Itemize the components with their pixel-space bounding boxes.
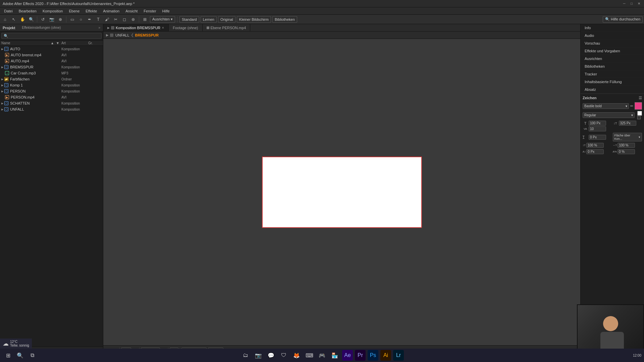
tab-ebene-person[interactable]: Ebene PERSON.mp4 xyxy=(203,24,251,31)
baseline-input[interactable] xyxy=(586,149,604,154)
project-item-10[interactable]: ▶ ⬡ UNFALL Komposition xyxy=(0,106,103,112)
color-swatch-primary[interactable] xyxy=(635,102,642,110)
taskview-btn[interactable]: ⧉ xyxy=(27,350,38,361)
stroke-width-input[interactable] xyxy=(589,135,606,140)
project-item-4[interactable]: ♪ Car Crash.mp3 MP3 xyxy=(0,70,103,76)
menu-animation[interactable]: Animation xyxy=(100,8,122,14)
hand-tool[interactable]: ✋ xyxy=(19,16,26,23)
puppet-tool[interactable]: ⊛ xyxy=(129,16,137,23)
info-panel-item[interactable]: Info xyxy=(581,24,644,32)
stroke-type-dropdown[interactable]: Fläche über Kon... ▾ xyxy=(613,133,642,141)
taskbar-ae[interactable]: Ae xyxy=(342,350,353,361)
ausrichten-btn[interactable]: Ausrichten ▾ xyxy=(150,16,175,23)
project-item-6[interactable]: ▶ ⬡ Komp 1 Komposition xyxy=(0,82,103,88)
search-taskbar[interactable]: 🔍 xyxy=(15,350,25,361)
inhalt-panel-item[interactable]: Inhaltsbasierte Füllung xyxy=(581,78,644,86)
audio-panel-item[interactable]: Audio xyxy=(581,32,644,40)
tsume-input[interactable] xyxy=(618,149,635,154)
taskbar-games[interactable]: 🎮 xyxy=(317,350,327,361)
item-icon-0: ⬡ xyxy=(4,47,9,51)
minimize-button[interactable]: ─ xyxy=(622,1,627,6)
tab-close-bremsspur[interactable]: ✕ xyxy=(162,26,164,29)
start-button[interactable]: ⊞ xyxy=(3,350,13,361)
taskbar-premiere[interactable]: Pr xyxy=(355,350,366,361)
panel-expand-arrow[interactable]: » xyxy=(98,26,100,29)
project-item-2[interactable]: ▶ AUTO.mp4 AVI xyxy=(0,58,103,64)
vert-scale-input[interactable] xyxy=(586,143,604,148)
menu-bearbeiten[interactable]: Bearbeiten xyxy=(16,8,39,14)
leading-input[interactable] xyxy=(619,121,636,126)
close-button[interactable]: ✕ xyxy=(637,1,641,6)
tracker-panel-item[interactable]: Tracker xyxy=(581,70,644,78)
effekte-panel-item[interactable]: Effekte und Vorgaben xyxy=(581,47,644,55)
taskbar-teams[interactable]: 💬 xyxy=(266,350,276,361)
horiz-scale-input[interactable] xyxy=(618,143,635,148)
zeichen-menu[interactable]: ☰ xyxy=(639,96,642,100)
taskbar-ai[interactable]: Ai xyxy=(380,350,391,361)
taskbar-explorer[interactable]: 🗂 xyxy=(240,350,251,361)
weather-icon: ☁ xyxy=(3,340,9,347)
menu-datei[interactable]: Datei xyxy=(1,8,15,14)
style-dropdown[interactable]: Regular ▾ xyxy=(583,112,635,118)
zoom-tool[interactable]: 🔍 xyxy=(28,16,35,23)
rect-tool[interactable]: ▭ xyxy=(68,16,76,23)
vorschau-panel-item[interactable]: Vorschau xyxy=(581,40,644,47)
kleiner-btn[interactable]: Kleiner Bildschirm xyxy=(237,16,271,23)
comp-view[interactable] xyxy=(103,39,580,345)
select-tool[interactable]: ↖ xyxy=(10,16,17,23)
taskbar-keyboard[interactable]: ⌨ xyxy=(304,350,315,361)
font-size-input[interactable] xyxy=(589,121,606,126)
menu-ebene[interactable]: Ebene xyxy=(66,8,82,14)
tsume-icon: A% xyxy=(613,150,617,153)
font-edit-icon[interactable]: ✏ xyxy=(630,104,633,108)
original-btn[interactable]: Original xyxy=(218,16,235,23)
ellipse-tool[interactable]: ○ xyxy=(77,16,85,23)
item-name-6: Komp 1 xyxy=(10,83,61,87)
ausrichten-panel-item[interactable]: Ausrichten xyxy=(581,55,644,63)
project-search-input[interactable] xyxy=(1,33,102,39)
maximize-button[interactable]: □ xyxy=(629,1,634,6)
font-dropdown[interactable]: Bastile bold ▾ xyxy=(583,103,629,109)
pan-tool[interactable]: ⊕ xyxy=(57,16,64,23)
rotate-tool[interactable]: ↺ xyxy=(39,16,47,23)
breadcrumb-unfall[interactable]: UNFALL xyxy=(115,33,129,37)
clone-tool[interactable]: ✂ xyxy=(112,16,119,23)
camera-tool[interactable]: 📷 xyxy=(48,16,55,23)
project-item-7[interactable]: ▶ ⬡ PERSON Komposition xyxy=(0,88,103,94)
menu-effekte[interactable]: Effekte xyxy=(83,8,100,14)
project-item-9[interactable]: ▶ ⬡ SCHATTEN Komposition xyxy=(0,100,103,106)
menu-hilfe[interactable]: Hilfe xyxy=(160,8,172,14)
taskbar-lr[interactable]: Lr xyxy=(393,350,404,361)
project-item-5[interactable]: ▶ 📁 Farbflächen Ordner xyxy=(0,76,103,82)
color-swatch-black[interactable] xyxy=(637,116,641,119)
menu-ansicht[interactable]: Ansicht xyxy=(123,8,140,14)
project-item-8[interactable]: ▶ PERSON.mp4 AVI xyxy=(0,94,103,100)
help-search[interactable]: 🔍 Hilfe durchsuchen xyxy=(603,16,643,23)
taskbar-shield[interactable]: 🛡 xyxy=(278,350,289,361)
home-btn[interactable]: ⌂ xyxy=(1,16,9,23)
taskbar-firefox[interactable]: 🦊 xyxy=(291,350,302,361)
tab-komposition-bremsspur[interactable]: ▶ Komposition BREMSSPUR ✕ xyxy=(103,24,169,31)
taskbar-ps[interactable]: Ps xyxy=(368,350,378,361)
breadcrumb-bremsspur[interactable]: BREMSSPUR xyxy=(135,33,159,37)
text-tool[interactable]: T xyxy=(95,16,102,23)
taskbar-store[interactable]: 🏪 xyxy=(329,350,340,361)
lernen-btn[interactable]: Lernen xyxy=(201,16,217,23)
brush-tool[interactable]: 🖌 xyxy=(103,16,111,23)
project-item-1[interactable]: ▶ AUTO bremst.mp4 AVI xyxy=(0,52,103,58)
workspace-btn[interactable]: Standard xyxy=(179,16,199,23)
color-swatch-white[interactable] xyxy=(637,111,642,116)
tracking-input[interactable] xyxy=(589,126,606,131)
absatz-panel-item[interactable]: Absatz xyxy=(581,86,644,94)
bibliotheken-btn[interactable]: Bibliotheken xyxy=(272,16,297,23)
eraser-tool[interactable]: ◻ xyxy=(121,16,128,23)
tab-footage[interactable]: Footage (ohne) xyxy=(169,24,202,31)
align-btn[interactable]: ⊞ xyxy=(141,16,149,23)
taskbar-photos[interactable]: 📷 xyxy=(253,350,264,361)
bibliotheken-panel-item[interactable]: Bibliotheken xyxy=(581,63,644,70)
project-item-3[interactable]: ▶ ⬡ BREMSSPUR Komposition xyxy=(0,64,103,70)
menu-komposition[interactable]: Komposition xyxy=(40,8,66,14)
pen-tool[interactable]: ✒ xyxy=(86,16,93,23)
menu-fenster[interactable]: Fenster xyxy=(141,8,159,14)
project-item-0[interactable]: ▶ ⬡ AUTO Komposition xyxy=(0,46,103,52)
